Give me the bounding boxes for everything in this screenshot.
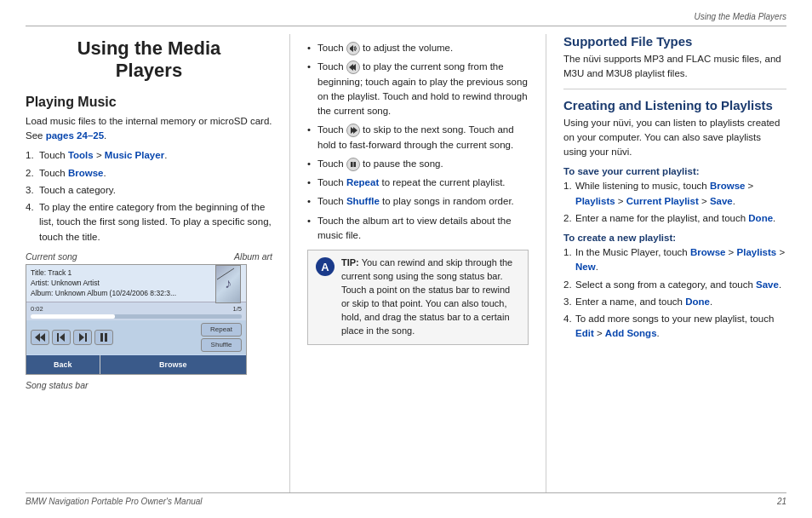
create-playlist-heading: To create a new playlist: (563, 233, 786, 243)
create-step-4: 4. To add more songs to your new playlis… (563, 312, 786, 342)
bullets-list: Touch to adjust the volume. Touch to pla… (307, 41, 529, 243)
svg-marker-9 (350, 45, 353, 52)
svg-marker-11 (349, 64, 353, 71)
screen-nav: Back Browse (26, 355, 246, 374)
section-divider (563, 89, 786, 89)
save-step-2: 2. Enter a name for the playlist, and to… (563, 211, 786, 226)
bullet-repeat: Touch Repeat to repeat the current playl… (307, 176, 529, 190)
next-button[interactable] (73, 330, 92, 345)
intro-text: Load music files to the internal memory … (26, 114, 272, 144)
prev-button[interactable] (52, 330, 71, 345)
bullet-album-art: Touch the album art to view details abou… (307, 214, 529, 244)
create-step-3: 3. Enter a name, and touch Done. (563, 295, 786, 309)
right-column: Supported File Types The nüvi supports M… (563, 34, 786, 492)
screen-album: Album: Unknown Album (10/24/2006 8:32:3.… (31, 288, 242, 298)
add-songs-link: Add Songs (605, 328, 657, 338)
svg-marker-0 (35, 333, 40, 342)
step-3: 3. Touch a category. (26, 183, 272, 198)
progress-fill (31, 314, 115, 319)
svg-rect-5 (85, 333, 87, 342)
mid-column: Touch to adjust the volume. Touch to pla… (307, 34, 529, 492)
repeat-link: Repeat (346, 177, 379, 187)
page-footer: BMW Navigation Portable Pro Owner's Manu… (26, 492, 786, 506)
creating-playlists-heading: Creating and Listening to Playlists (563, 98, 786, 112)
progress-track (31, 314, 242, 319)
left-column: Using the MediaPlayers Playing Music Loa… (26, 34, 272, 492)
content-area: Using the MediaPlayers Playing Music Loa… (26, 34, 786, 492)
browse-link-create: Browse (690, 247, 726, 257)
browse-link: Browse (68, 168, 104, 178)
pause-button[interactable] (94, 330, 113, 345)
playlists-link-save: Playlists (575, 196, 615, 206)
bullet-volume: Touch to adjust the volume. (307, 41, 529, 55)
svg-rect-3 (57, 333, 59, 342)
tip-icon: A (316, 257, 335, 276)
pause-icon (346, 158, 360, 171)
mid-right-divider (546, 34, 546, 492)
page-container: Using the Media Players Using the MediaP… (0, 0, 812, 518)
svg-marker-4 (79, 333, 84, 342)
svg-marker-13 (353, 127, 357, 134)
screenshot-container: Current song Album art Title: Track 1 Ar… (26, 251, 272, 390)
page-header: Using the Media Players (695, 12, 786, 21)
create-playlist-steps: 1. In the Music Player, touch Browse > P… (563, 245, 786, 342)
done-link-save: Done (748, 213, 773, 223)
screen-artist: Artist: Unknown Artist (31, 278, 242, 288)
supported-file-types-heading: Supported File Types (563, 34, 786, 49)
playing-music-heading: Playing Music (26, 95, 272, 110)
svg-rect-6 (100, 333, 103, 342)
tip-label: TIP: (341, 257, 359, 268)
save-playlist-steps: 1. While listening to music, touch Brows… (563, 179, 786, 226)
tools-link: Tools (68, 150, 94, 160)
progress-time-left: 0:02 (31, 305, 43, 313)
bullet-prev-song: Touch to play the current song from the … (307, 60, 529, 118)
playlists-link-create: Playlists (737, 247, 777, 257)
tip-box: A TIP: You can rewind and skip through t… (307, 250, 529, 345)
save-link-create: Save (756, 279, 779, 290)
track-count: 1/5 (233, 305, 242, 313)
creating-playlists-intro: Using your nüvi, you can listen to playl… (563, 116, 786, 160)
bullet-pause: Touch to pause the song. (307, 157, 529, 171)
screenshot-labels: Current song Album art (26, 251, 272, 262)
steps-list: 1. Touch Tools > Music Player. 2. Touch … (26, 148, 272, 245)
prev-icon (346, 60, 360, 74)
supported-file-types-text: The nüvi supports MP3 and FLAC music fil… (563, 52, 786, 82)
screen-track-title: Title: Track 1 (31, 268, 242, 278)
done-link-create: Done (685, 296, 710, 307)
svg-rect-15 (353, 162, 356, 167)
step-1: 1. Touch Tools > Music Player. (26, 148, 272, 163)
current-playlist-link: Current Playlist (626, 196, 699, 206)
screenshot-box: Title: Track 1 Artist: Unknown Artist Al… (26, 264, 247, 375)
shuffle-link: Shuffle (346, 196, 380, 206)
shuffle-button[interactable]: Shuffle (201, 338, 242, 352)
footer-left: BMW Navigation Portable Pro Owner's Manu… (26, 497, 203, 506)
album-art-label: Album art (234, 251, 272, 262)
back-nav-button[interactable]: Back (26, 355, 100, 374)
browse-link-save: Browse (710, 181, 746, 191)
next-icon (346, 124, 360, 137)
pages-link: pages 24–25 (46, 130, 104, 141)
volume-icon (346, 42, 360, 55)
step-2: 2. Touch Browse. (26, 166, 272, 181)
tip-text: TIP: You can rewind and skip through the… (341, 256, 520, 338)
top-rule (26, 26, 786, 26)
screen-inner: Title: Track 1 Artist: Unknown Artist Al… (26, 265, 246, 374)
svg-rect-7 (105, 333, 107, 342)
page-title: Using the MediaPlayers (26, 37, 272, 83)
save-playlist-heading: To save your current playlist: (563, 166, 786, 176)
save-step-1: 1. While listening to music, touch Brows… (563, 179, 786, 209)
step-4: 4. To play the entire category from the … (26, 200, 272, 245)
svg-marker-1 (40, 333, 45, 342)
page-header-text: Using the Media Players (695, 12, 786, 21)
svg-marker-2 (60, 333, 65, 342)
rewind-button[interactable] (31, 330, 49, 345)
bullet-next-song: Touch to skip to the next song. Touch an… (307, 123, 529, 153)
browse-nav-button[interactable]: Browse (100, 355, 246, 374)
left-mid-divider (289, 34, 290, 492)
create-step-2: 2. Select a song from a category, and to… (563, 278, 786, 292)
new-link: New (575, 262, 596, 272)
create-step-1: 1. In the Music Player, touch Browse > P… (563, 245, 786, 275)
edit-link: Edit (575, 328, 594, 338)
svg-rect-14 (351, 162, 353, 167)
repeat-button[interactable]: Repeat (201, 323, 242, 337)
